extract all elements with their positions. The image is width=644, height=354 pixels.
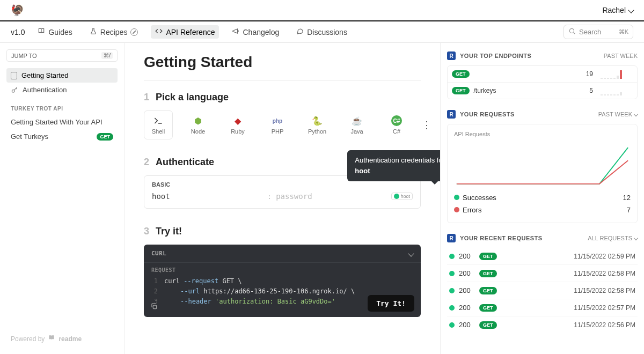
status-dot-icon (394, 194, 399, 199)
lang-ruby[interactable]: ◆ Ruby (223, 115, 252, 135)
timestamp: 11/15/2022 02:56 PM (574, 321, 635, 329)
timestamp: 11/15/2022 02:59 PM (574, 253, 635, 260)
recent-request-row[interactable]: 200GET11/15/2022 02:58 PM (447, 265, 638, 282)
lang-java[interactable]: ☕ Java (342, 115, 371, 135)
chevron-down-icon (634, 236, 638, 240)
sidebar-item-authentication[interactable]: Authentication (6, 83, 118, 97)
divider (144, 80, 421, 81)
step-2-number: 2 (144, 157, 149, 168)
status-code: 200 (459, 286, 475, 294)
flask-icon (90, 27, 97, 36)
sparkline (601, 69, 633, 79)
readme-logo-icon (48, 334, 55, 343)
sidebar-item-get-turkeys[interactable]: Get Turkeys GET (6, 129, 118, 144)
nav-api-reference[interactable]: API Reference (151, 25, 219, 39)
auth-hint-pill[interactable]: hoot (391, 193, 413, 200)
svg-rect-2 (153, 305, 156, 308)
app-logo: 🦃 (11, 4, 24, 17)
svg-point-1 (12, 90, 14, 92)
svg-rect-3 (454, 142, 631, 189)
recent-request-row[interactable]: 200GET11/15/2022 02:57 PM (447, 299, 638, 316)
chevron-down-icon[interactable] (408, 250, 414, 256)
sidebar-item-getting-started[interactable]: Getting Started (6, 68, 118, 83)
nav-changelog[interactable]: Changelog (228, 25, 283, 39)
nav-recipes[interactable]: Recipes (85, 25, 143, 39)
dot-red-icon (454, 207, 459, 212)
lang-node[interactable]: ⬢ Node (184, 115, 213, 135)
user-menu[interactable]: Rachel (602, 6, 633, 14)
code-icon (155, 27, 163, 36)
sidebar-item-getting-started-api[interactable]: Getting Started With Your API (6, 115, 118, 129)
requests-panel: R YOUR REQUESTS PAST WEEK API Requests S… (447, 110, 638, 223)
code-section-label: REQUEST (144, 263, 421, 273)
method-badge: GET (97, 133, 113, 141)
status-dot-icon (449, 288, 455, 293)
step-3-title: Try it! (156, 226, 182, 237)
panel-badge-icon: R (447, 110, 456, 119)
lang-python[interactable]: 🐍 Python (303, 115, 332, 135)
recent-requests-panel: R YOUR RECENT REQUESTS ALL REQUESTS 200G… (447, 234, 638, 333)
svg-point-0 (569, 28, 574, 33)
status-dot-icon (449, 305, 455, 311)
endpoint-row[interactable]: GET /turkeys 5 (448, 83, 637, 99)
auth-password-input[interactable] (276, 192, 387, 201)
step-1-title: Pick a language (156, 92, 229, 103)
step-1-number: 1 (144, 92, 149, 103)
more-languages-button[interactable]: ⋮ (422, 119, 431, 131)
lang-php[interactable]: php PHP (263, 115, 292, 135)
period-label: PAST WEEK (604, 53, 638, 59)
legend-successes: Successes 12 (454, 191, 631, 204)
recent-request-row[interactable]: 200GET11/15/2022 02:59 PM (447, 248, 638, 265)
search-input[interactable]: Search ⌘K (564, 25, 633, 39)
megaphone-icon (232, 27, 239, 36)
recent-request-row[interactable]: 200GET11/15/2022 02:56 PM (447, 316, 638, 333)
language-picker: Shell ⬢ Node ◆ Ruby php PHP 🐍 Python ☕ J… (144, 110, 421, 139)
book-icon (38, 27, 45, 36)
period-dropdown[interactable]: PAST WEEK (598, 111, 638, 117)
requests-chart (454, 142, 631, 190)
code-line: 1 curl --request GET \ (151, 276, 413, 286)
search-kbd: ⌘K (619, 28, 628, 35)
method-badge: GET (479, 287, 497, 294)
copy-button[interactable] (150, 303, 158, 312)
python-icon: 🐍 (312, 115, 323, 126)
lang-shell[interactable]: Shell (144, 110, 173, 139)
chevron-down-icon (634, 112, 638, 116)
status-code: 200 (459, 321, 475, 329)
auth-panel: BASIC : hoot Authentication credentials … (144, 175, 421, 209)
panel-badge-icon: R (447, 51, 456, 60)
node-icon: ⬢ (193, 115, 203, 126)
endpoint-row[interactable]: GET 19 (448, 66, 637, 83)
try-it-button[interactable]: Try It! (368, 295, 414, 312)
key-icon (11, 86, 18, 94)
sparkline (601, 86, 633, 95)
version-label[interactable]: v1.0 (11, 28, 25, 36)
code-block: CURL REQUEST 1 curl --request GET \ 2 --… (144, 245, 421, 317)
step-3-number: 3 (144, 226, 149, 237)
method-badge: GET (452, 87, 470, 94)
status-code: 200 (459, 304, 475, 312)
php-icon: php (272, 115, 283, 126)
chart-title: API Requests (454, 131, 631, 137)
all-requests-link[interactable]: ALL REQUESTS (588, 235, 638, 241)
timestamp: 11/15/2022 02:58 PM (574, 270, 635, 277)
status-code: 200 (459, 269, 475, 277)
chevron-down-icon (628, 7, 634, 13)
powered-by[interactable]: Powered by readme (6, 330, 118, 348)
auth-username-input[interactable] (152, 192, 263, 201)
recent-request-row[interactable]: 200GET11/15/2022 02:58 PM (447, 282, 638, 299)
auth-separator: : (267, 193, 272, 201)
jump-to-button[interactable]: JUMP TO ⌘/ (6, 49, 118, 62)
nav-guides[interactable]: Guides (33, 25, 76, 39)
timestamp: 11/15/2022 02:58 PM (574, 287, 635, 294)
panel-badge-icon: R (447, 234, 456, 242)
legend-errors: Errors 7 (454, 204, 631, 216)
ruby-icon: ◆ (232, 115, 243, 126)
document-icon (11, 72, 17, 79)
user-name: Rachel (602, 6, 626, 14)
chat-icon (296, 27, 304, 36)
disabled-icon (130, 28, 138, 36)
nav-discussions[interactable]: Discussions (292, 25, 352, 39)
lang-csharp[interactable]: C# C# (382, 115, 411, 135)
java-icon: ☕ (352, 115, 362, 126)
